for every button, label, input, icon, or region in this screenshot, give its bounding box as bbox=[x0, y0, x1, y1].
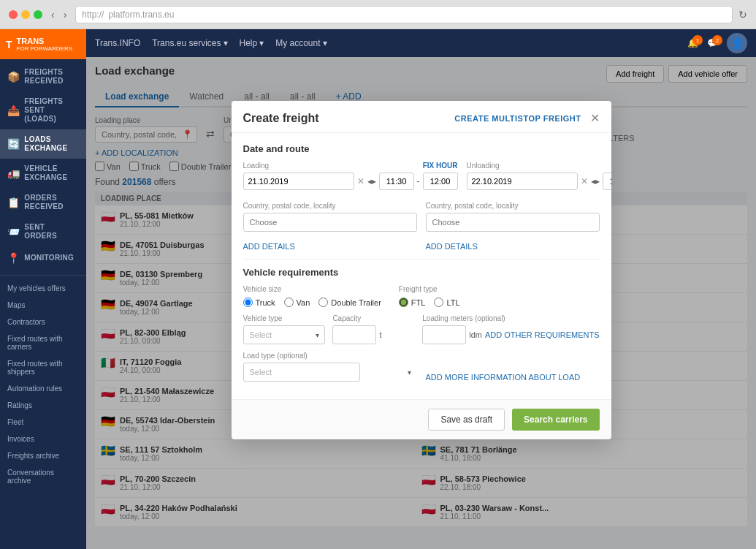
reload-button[interactable]: ↻ bbox=[738, 9, 747, 20]
sidebar-link-automation[interactable]: Automation rules bbox=[0, 380, 86, 397]
topnav-my-account[interactable]: My account ▾ bbox=[275, 38, 327, 48]
sidebar-item-orders-received[interactable]: 📋 ORDERS RECEIVED bbox=[0, 188, 86, 217]
radio-truck-input[interactable] bbox=[243, 298, 253, 307]
loading-date-arrows[interactable]: ◂▸ bbox=[367, 176, 376, 186]
notif-badge-1: 1 bbox=[692, 35, 703, 45]
unloading-date-arrows[interactable]: ◂▸ bbox=[591, 176, 600, 186]
back-button[interactable]: ‹ bbox=[48, 7, 58, 22]
create-multistop-link[interactable]: CREATE MULTISTOP FREIGHT bbox=[454, 114, 581, 123]
sidebar-link-invoices[interactable]: Invoices bbox=[0, 431, 86, 447]
vehicle-type-select[interactable]: Select bbox=[243, 325, 326, 344]
date-route-section-title: Date and route bbox=[243, 143, 600, 154]
radio-van[interactable]: Van bbox=[284, 298, 310, 307]
sidebar-item-monitoring[interactable]: 📍 MONITORING bbox=[0, 246, 86, 270]
sidebar-label-monitoring: MONITORING bbox=[24, 254, 74, 262]
loading-col: Loading FIX HOUR ✕ ◂▸ - bbox=[243, 162, 458, 194]
sidebar-label-freights-received: FREIGHTS RECEIVED bbox=[24, 68, 79, 86]
freight-type-group: Freight type FTL LTL bbox=[399, 285, 460, 307]
maximize-dot[interactable] bbox=[34, 10, 42, 19]
unloading-date-clear[interactable]: ✕ bbox=[581, 176, 588, 186]
loads-exchange-icon: 🔄 bbox=[7, 138, 20, 151]
add-other-requirements-link[interactable]: ADD OTHER REQUIREMENTS bbox=[485, 330, 599, 339]
loading-locality-label: Country, postal code, locality bbox=[243, 202, 417, 210]
fix-hour-loading[interactable]: FIX HOUR bbox=[423, 162, 458, 170]
save-as-draft-button[interactable]: Save as draft bbox=[428, 409, 505, 431]
sidebar-link-fixed-carriers[interactable]: Fixed routes with carriers bbox=[0, 330, 86, 355]
sidebar-item-freights-received[interactable]: 📦 FREIGHTS RECEIVED bbox=[0, 62, 86, 91]
create-freight-modal: Create freight CREATE MULTISTOP FREIGHT … bbox=[232, 101, 611, 439]
radio-van-input[interactable] bbox=[284, 298, 294, 307]
sidebar-item-loads-exchange[interactable]: 🔄 LOADS EXCHANGE bbox=[0, 129, 86, 159]
capacity-col: Capacity t bbox=[332, 314, 415, 344]
unloading-date-time-row: ✕ ◂▸ - bbox=[467, 173, 611, 190]
logo-icon: T bbox=[6, 39, 12, 50]
freights-received-icon: 📦 bbox=[7, 71, 20, 83]
modal-close-button[interactable]: ✕ bbox=[590, 111, 600, 125]
add-more-info-link[interactable]: ADD MORE INFORMATION ABOUT LOAD bbox=[426, 373, 581, 382]
capacity-input-row: t bbox=[332, 325, 415, 344]
capacity-unit: t bbox=[379, 330, 381, 339]
minimize-dot[interactable] bbox=[21, 10, 30, 19]
loading-time-to[interactable] bbox=[423, 173, 458, 190]
topnav-help[interactable]: Help ▾ bbox=[240, 38, 264, 48]
notification-bell-2[interactable]: 💬 2 bbox=[707, 38, 718, 48]
ldm-input[interactable] bbox=[422, 325, 466, 344]
radio-double-trailer-input[interactable] bbox=[318, 298, 328, 307]
search-carriers-button[interactable]: Search carriers bbox=[512, 409, 599, 431]
radio-ltl-label: LTL bbox=[446, 298, 459, 307]
close-dot[interactable] bbox=[9, 10, 18, 19]
loading-locality-input[interactable] bbox=[243, 213, 417, 232]
vehicle-capacity-row: Vehicle type Select ▾ Capacity bbox=[243, 314, 600, 344]
sidebar-link-ratings[interactable]: Ratings bbox=[0, 397, 86, 414]
add-details-unloading-link[interactable]: ADD DETAILS bbox=[426, 242, 478, 251]
sidebar-link-conversations-archive[interactable]: Conversations archive bbox=[0, 464, 86, 489]
unloading-time-from[interactable] bbox=[603, 173, 611, 190]
load-type-select-wrap: Select ▾ bbox=[243, 363, 417, 382]
address-bar[interactable]: http:// platform.trans.eu bbox=[75, 6, 733, 23]
capacity-input[interactable] bbox=[332, 325, 376, 344]
load-type-arrow-icon: ▾ bbox=[408, 368, 411, 376]
sidebar-label-sent-orders: SENT ORDERS bbox=[24, 223, 79, 241]
topnav-trans-info[interactable]: Trans.INFO bbox=[95, 38, 140, 48]
user-avatar[interactable]: 👤 bbox=[727, 33, 747, 53]
sidebar-link-freights-archive[interactable]: Freights archive bbox=[0, 447, 86, 464]
main-area: Trans.INFO Trans.eu services ▾ Help ▾ My… bbox=[86, 29, 756, 549]
radio-ftl[interactable]: FTL bbox=[399, 298, 426, 307]
sidebar-item-freights-sent[interactable]: 📤 FREIGHTS SENT (LOADS) bbox=[0, 91, 86, 129]
load-type-col: Load type (optional) Select ▾ bbox=[243, 352, 417, 382]
sidebar-link-maps[interactable]: Maps bbox=[0, 297, 86, 314]
window-controls bbox=[9, 10, 42, 19]
radio-ltl[interactable]: LTL bbox=[434, 298, 459, 307]
sidebar-item-vehicle-exchange[interactable]: 🚛 VEHICLE EXCHANGE bbox=[0, 159, 86, 188]
radio-ltl-input[interactable] bbox=[434, 298, 443, 307]
locality-row: Country, postal code, locality Country, … bbox=[243, 202, 600, 232]
loading-date-input[interactable] bbox=[243, 173, 354, 190]
url-prefix: http:// bbox=[82, 10, 104, 20]
sidebar-nav: 📦 FREIGHTS RECEIVED 📤 FREIGHTS SENT (LOA… bbox=[0, 59, 86, 549]
orders-received-icon: 📋 bbox=[7, 197, 20, 209]
radio-ftl-input[interactable] bbox=[399, 298, 408, 307]
topnav-trans-eu-services[interactable]: Trans.eu services ▾ bbox=[152, 38, 227, 48]
vehicle-type-col: Vehicle type Select ▾ bbox=[243, 314, 326, 344]
add-details-loading-link[interactable]: ADD DETAILS bbox=[243, 242, 295, 251]
vehicle-size-radio-group: Truck Van Double Trailer bbox=[243, 298, 381, 307]
notification-bell-1[interactable]: 🔔 1 bbox=[687, 38, 698, 48]
loading-date-clear[interactable]: ✕ bbox=[357, 176, 364, 186]
sidebar-link-fleet[interactable]: Fleet bbox=[0, 414, 86, 431]
forward-button[interactable]: › bbox=[61, 7, 70, 22]
notif-badge-2: 2 bbox=[712, 35, 722, 45]
loading-time-from[interactable] bbox=[379, 173, 414, 190]
modal-header: Create freight CREATE MULTISTOP FREIGHT … bbox=[232, 101, 611, 133]
unloading-date-input[interactable] bbox=[467, 173, 578, 190]
sidebar-link-contractors[interactable]: Contractors bbox=[0, 314, 86, 330]
unloading-locality-input[interactable] bbox=[426, 213, 600, 232]
modal-footer: Save as draft Search carriers bbox=[232, 399, 611, 439]
sidebar-item-sent-orders[interactable]: 📨 SENT ORDERS bbox=[0, 217, 86, 246]
radio-truck[interactable]: Truck bbox=[243, 298, 275, 307]
sidebar-label-orders-received: ORDERS RECEIVED bbox=[24, 194, 79, 211]
radio-double-trailer[interactable]: Double Trailer bbox=[318, 298, 381, 307]
sidebar-link-fixed-shippers[interactable]: Fixed routes with shippers bbox=[0, 355, 86, 380]
sidebar-link-my-vehicles[interactable]: My vehicles offers bbox=[0, 280, 86, 297]
monitoring-icon: 📍 bbox=[7, 252, 20, 265]
load-type-select[interactable]: Select bbox=[243, 363, 360, 382]
